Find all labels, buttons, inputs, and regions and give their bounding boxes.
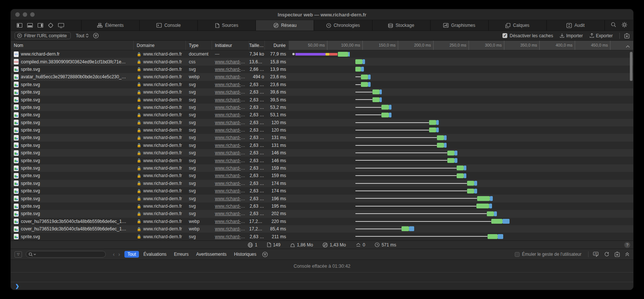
previous-result-button[interactable]: ‹ [113, 251, 115, 257]
initiator-link[interactable]: www.richard-d… [215, 128, 248, 133]
collapse-timeline-icon[interactable] [626, 44, 630, 48]
console-tab-historiques[interactable]: Historiques [231, 251, 259, 258]
column-header-name[interactable]: Nom [11, 41, 134, 50]
initiator-link[interactable]: www.richard-d… [215, 188, 248, 193]
reload-icon[interactable] [604, 252, 609, 257]
network-row[interactable]: sprite.svg🔒www.richard-dern.frsvgwww.ric… [11, 134, 633, 141]
disable-caches-checkbox[interactable]: ✓ Désactiver les caches [502, 33, 553, 38]
clear-network-items-icon[interactable] [624, 33, 629, 38]
initiator-link[interactable]: www.richard-d… [215, 234, 248, 239]
network-row[interactable]: sprite.svg🔒www.richard-dern.frsvgwww.ric… [11, 164, 633, 172]
tab-storage[interactable]: Stockage [372, 20, 431, 31]
tab-network[interactable]: Réseau [256, 20, 314, 31]
initiator-link[interactable]: www.richard-d… [215, 150, 248, 155]
network-row[interactable]: sprite.svg🔒www.richard-dern.frsvgwww.ric… [11, 66, 633, 73]
network-row[interactable]: <>www.richard-dern.fr🔒www.richard-dern.f… [11, 50, 633, 58]
network-row[interactable]: sprite.svg🔒www.richard-dern.frsvgwww.ric… [11, 96, 633, 103]
initiator-link[interactable]: www.richard-d… [215, 112, 248, 117]
network-row[interactable]: cover_hu736519dc3b5040cfa48b6b559b6de6ec… [11, 218, 633, 225]
network-row[interactable]: sprite.svg🔒www.richard-dern.frsvgwww.ric… [11, 104, 633, 111]
network-row[interactable]: sprite.svg🔒www.richard-dern.frsvgwww.ric… [11, 157, 633, 164]
gear-icon[interactable] [622, 22, 627, 29]
tab-audit[interactable]: Audit [547, 20, 605, 31]
initiator-link[interactable]: www.richard-d… [215, 143, 248, 148]
console-tab-tout[interactable]: Tout [124, 251, 139, 258]
network-row[interactable]: sprite.svg🔒www.richard-dern.frsvgwww.ric… [11, 81, 633, 88]
network-row[interactable]: sprite.svg🔒www.richard-dern.frsvgwww.ric… [11, 119, 633, 126]
device-icon[interactable] [58, 23, 64, 28]
expand-console-icon[interactable] [625, 252, 629, 256]
network-row[interactable]: cover_hu736519dc3b5040cfa48b6b559b6de6ec… [11, 225, 633, 233]
column-header-initiator[interactable]: Initiateur [212, 41, 249, 50]
column-header-type[interactable]: Type [186, 41, 212, 50]
console-filter-icon[interactable] [262, 252, 268, 257]
initiator-link[interactable]: www.richard-d… [215, 97, 248, 103]
initiator-link[interactable]: www.richard-d… [215, 105, 248, 110]
js-context-icon[interactable]: JS [593, 252, 599, 257]
initiator-link[interactable]: www.richard-d… [215, 89, 248, 95]
initiator-link[interactable]: www.richard-d… [215, 67, 248, 72]
network-row[interactable]: sprite.svg🔒www.richard-dern.frsvgwww.ric… [11, 172, 633, 179]
network-row[interactable]: sprite.svg🔒www.richard-dern.frsvgwww.ric… [11, 111, 633, 119]
url-filter-field[interactable]: Filtrer l'URL complète [15, 32, 71, 39]
network-row[interactable]: csscompiled.min.38390909f303624ed9e1cf1b… [11, 58, 633, 65]
dock-bottom-icon[interactable] [27, 23, 33, 28]
clock-icon [375, 242, 380, 247]
element-picker-icon[interactable] [48, 23, 53, 28]
console-search-input[interactable] [37, 252, 103, 257]
tab-elements[interactable]: Éléments [82, 20, 140, 31]
column-header-size[interactable]: Taille… [249, 41, 265, 50]
dock-left-icon[interactable] [17, 23, 22, 28]
import-button[interactable]: Importer [560, 33, 583, 38]
type-filter-select[interactable]: Tout [76, 33, 89, 38]
initiator-link[interactable]: www.richard-d… [215, 135, 248, 140]
initiator-link[interactable]: www.richard-d… [215, 120, 248, 125]
column-header-domain[interactable]: Domaine [134, 41, 186, 50]
tab-layers[interactable]: Calques [489, 20, 547, 31]
network-row[interactable]: sprite.svg🔒www.richard-dern.frsvgwww.ric… [11, 88, 633, 96]
console-prompt-row[interactable]: ❯ [11, 282, 633, 290]
tab-graphics[interactable]: Graphismes [431, 20, 489, 31]
tab-console[interactable]: Console [140, 20, 198, 31]
initiator-link[interactable]: www.richard-d… [215, 196, 248, 201]
initiator-link[interactable]: www.richard-d… [215, 158, 248, 163]
network-row[interactable]: sprite.svg🔒www.richard-dern.frsvgwww.ric… [11, 202, 633, 210]
waterfall-queued-segment [355, 198, 477, 199]
dock-right-icon[interactable] [38, 23, 43, 28]
emulate-user-gesture-checkbox[interactable]: Émuler le geste de l'utilisateur [515, 252, 581, 257]
initiator-link[interactable]: www.richard-d… [215, 204, 248, 209]
initiator-link[interactable]: www.richard-d… [215, 82, 248, 87]
clear-console-icon[interactable] [615, 252, 620, 257]
network-row[interactable]: sprite.svg🔒www.richard-dern.frsvgwww.ric… [11, 233, 633, 240]
console-scope-button[interactable]: ▽ [15, 251, 22, 258]
export-button[interactable]: Exporter [590, 33, 613, 38]
console-tab-erreurs[interactable]: Erreurs [171, 251, 191, 258]
next-result-button[interactable]: › [118, 251, 120, 257]
initiator-link[interactable]: www.richard-d… [215, 166, 248, 171]
network-row[interactable]: avatar_hu85ecc3e298728880b0bde2dcc4e5c23… [11, 73, 633, 81]
column-header-duration[interactable]: Durée [265, 41, 289, 50]
help-button[interactable]: ? [624, 242, 630, 248]
initiator-link[interactable]: www.richard-d… [215, 211, 248, 216]
initiator-link[interactable]: www.richard-d… [215, 219, 248, 224]
console-tab-avertissements[interactable]: Avertissements [193, 251, 229, 258]
initiator-link[interactable]: www.richard-d… [215, 226, 248, 232]
scrollbar-thumb[interactable] [630, 52, 632, 81]
network-row[interactable]: sprite.svg🔒www.richard-dern.frsvgwww.ric… [11, 195, 633, 202]
initiator-link[interactable]: www.richard-d… [215, 74, 248, 79]
console-search-field[interactable] [26, 251, 106, 258]
search-icon[interactable] [611, 22, 616, 29]
initiator-link[interactable]: www.richard-d… [215, 59, 248, 64]
network-row[interactable]: sprite.svg🔒www.richard-dern.frsvgwww.ric… [11, 142, 633, 149]
initiator-link[interactable]: www.richard-d… [215, 173, 248, 178]
tab-sources[interactable]: Sources [198, 20, 256, 31]
network-row[interactable]: sprite.svg🔒www.richard-dern.frsvgwww.ric… [11, 126, 633, 134]
initiator-link[interactable]: www.richard-d… [215, 181, 248, 186]
network-row[interactable]: sprite.svg🔒www.richard-dern.frsvgwww.ric… [11, 187, 633, 195]
network-row[interactable]: sprite.svg🔒www.richard-dern.frsvgwww.ric… [11, 149, 633, 157]
network-row[interactable]: sprite.svg🔒www.richard-dern.frsvgwww.ric… [11, 180, 633, 187]
console-tab-evaluations[interactable]: Évaluations [140, 251, 169, 258]
tab-timelines[interactable]: Chronologies [314, 20, 372, 31]
network-row[interactable]: sprite.svg🔒www.richard-dern.frsvgwww.ric… [11, 210, 633, 217]
sort-filter-icon[interactable] [93, 33, 99, 38]
